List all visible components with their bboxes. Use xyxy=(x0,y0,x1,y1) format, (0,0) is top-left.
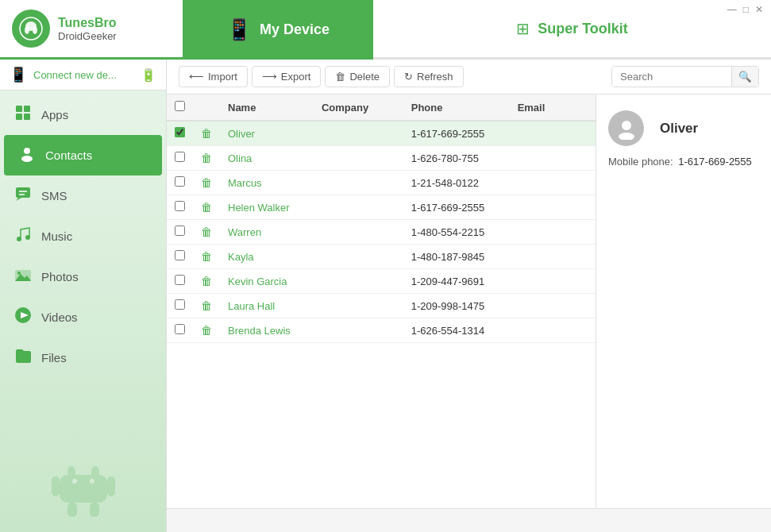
row-company xyxy=(314,146,403,171)
col-header-company: Company xyxy=(314,94,403,121)
svg-rect-5 xyxy=(24,106,30,112)
row-checkbox-cell xyxy=(167,269,193,294)
table-row[interactable]: 🗑 Kayla 1-480-187-9845 xyxy=(167,245,596,269)
sidebar-item-music[interactable]: Music xyxy=(0,216,166,256)
row-delete-cell: 🗑 xyxy=(193,146,220,171)
export-label: Export xyxy=(281,71,311,83)
sidebar-item-sms[interactable]: SMS xyxy=(0,175,166,216)
row-company xyxy=(314,220,403,245)
refresh-icon: ↻ xyxy=(404,71,413,83)
search-button[interactable]: 🔍 xyxy=(731,67,758,87)
svg-point-15 xyxy=(25,235,30,240)
row-delete-icon[interactable]: 🗑 xyxy=(201,127,212,140)
row-checkbox[interactable] xyxy=(175,324,185,334)
row-checkbox[interactable] xyxy=(175,299,185,310)
row-delete-icon[interactable]: 🗑 xyxy=(201,226,212,238)
photos-label: Photos xyxy=(41,270,79,283)
minimize-btn[interactable]: — xyxy=(727,4,737,15)
row-name: Kevin Garcia xyxy=(220,269,314,294)
supertoolkit-label: Super Toolkit xyxy=(538,21,628,37)
sidebar: 📱 Connect new de... 🔋 Apps xyxy=(0,60,167,532)
svg-point-29 xyxy=(90,479,94,484)
sidebar-item-photos[interactable]: Photos xyxy=(0,256,166,297)
maximize-btn[interactable]: □ xyxy=(743,4,749,15)
row-phone: 1-480-554-2215 xyxy=(403,220,510,245)
main-layout: 📱 Connect new de... 🔋 Apps xyxy=(0,60,771,532)
row-delete-cell: 🗑 xyxy=(193,294,220,318)
row-email xyxy=(510,146,596,171)
mydevice-tab[interactable]: 📱 My Device xyxy=(183,0,373,60)
delete-label: Delete xyxy=(349,71,380,83)
row-name: Marcus xyxy=(220,171,314,195)
sidebar-item-apps[interactable]: Apps xyxy=(0,94,166,135)
row-delete-icon[interactable]: 🗑 xyxy=(201,152,212,164)
sidebar-item-files[interactable]: Files xyxy=(0,337,166,378)
delete-button[interactable]: 🗑 Delete xyxy=(325,66,390,87)
mydevice-label: My Device xyxy=(260,21,330,38)
row-checkbox[interactable] xyxy=(175,127,185,137)
sidebar-item-videos[interactable]: Videos xyxy=(0,297,166,337)
row-delete-cell: 🗑 xyxy=(193,245,220,269)
row-delete-icon[interactable]: 🗑 xyxy=(201,275,212,287)
import-icon: ⟵ xyxy=(189,71,204,83)
detail-mobile-value: 1-617-669-2555 xyxy=(678,156,752,168)
table-row[interactable]: 🗑 Brenda Lewis 1-626-554-1314 xyxy=(167,318,596,343)
row-checkbox[interactable] xyxy=(175,250,185,260)
contacts-icon xyxy=(18,145,36,166)
mydevice-icon: 📱 xyxy=(226,17,252,42)
table-row[interactable]: 🗑 Warren 1-480-554-2215 xyxy=(167,220,596,245)
table-row[interactable]: 🗑 Marcus 1-21-548-0122 xyxy=(167,171,596,195)
supertoolkit-tab[interactable]: ⊞ Super Toolkit xyxy=(373,0,771,60)
row-delete-icon[interactable]: 🗑 xyxy=(201,250,212,263)
videos-icon xyxy=(14,306,32,328)
connect-new-device[interactable]: 📱 Connect new de... 🔋 xyxy=(0,60,166,91)
apps-label: Apps xyxy=(41,108,68,121)
close-btn[interactable]: ✕ xyxy=(755,4,763,15)
row-phone: 1-21-548-0122 xyxy=(403,171,510,195)
row-checkbox[interactable] xyxy=(175,176,185,187)
row-email xyxy=(510,294,596,318)
select-all-checkbox[interactable] xyxy=(175,101,185,111)
window-controls: — □ ✕ xyxy=(727,4,763,15)
import-button[interactable]: ⟵ Import xyxy=(179,66,248,87)
row-delete-cell: 🗑 xyxy=(193,121,220,146)
table-row[interactable]: 🗑 Helen Walker 1-617-669-2555 xyxy=(167,195,596,220)
table-row[interactable]: 🗑 Oliver 1-617-669-2555 xyxy=(167,121,596,146)
row-name: Oliver xyxy=(220,121,314,146)
refresh-button[interactable]: ↻ Refresh xyxy=(394,66,464,87)
svg-marker-11 xyxy=(16,198,21,201)
row-checkbox[interactable] xyxy=(175,226,185,236)
row-phone: 1-617-669-2555 xyxy=(403,195,510,220)
svg-rect-7 xyxy=(24,114,30,120)
table-row[interactable]: 🗑 Laura Hall 1-209-998-1475 xyxy=(167,294,596,318)
supertoolkit-icon: ⊞ xyxy=(516,19,530,38)
brand-sub: DroidGeeker xyxy=(58,30,117,42)
col-header-name: Name xyxy=(220,94,314,121)
table-row[interactable]: 🗑 Kevin Garcia 1-209-447-9691 xyxy=(167,269,596,294)
table-row[interactable]: 🗑 Olina 1-626-780-755 xyxy=(167,146,596,171)
row-delete-icon[interactable]: 🗑 xyxy=(201,201,212,214)
row-email xyxy=(510,195,596,220)
row-delete-icon[interactable]: 🗑 xyxy=(201,324,212,337)
row-checkbox[interactable] xyxy=(175,152,185,162)
search-input[interactable] xyxy=(612,67,731,87)
svg-point-18 xyxy=(17,272,21,275)
brand-name: TunesBro xyxy=(58,16,117,30)
sidebar-item-contacts[interactable]: Contacts xyxy=(4,135,162,175)
row-checkbox-cell xyxy=(167,294,193,318)
svg-rect-4 xyxy=(16,106,22,112)
android-robot-decoration xyxy=(0,445,166,532)
export-button[interactable]: ⟶ Export xyxy=(252,66,322,87)
row-delete-icon[interactable]: 🗑 xyxy=(201,176,212,189)
row-phone: 1-209-447-9691 xyxy=(403,269,510,294)
row-checkbox-cell xyxy=(167,171,193,195)
svg-point-14 xyxy=(17,237,21,241)
row-delete-icon[interactable]: 🗑 xyxy=(201,299,212,312)
row-email xyxy=(510,121,596,146)
content-body: Name Company Phone Email 🗑 Oliver 1-617-… xyxy=(167,94,771,508)
detail-mobile-label: Mobile phone: 1-617-669-2555 xyxy=(608,156,759,168)
row-checkbox[interactable] xyxy=(175,201,185,211)
contacts-label: Contacts xyxy=(45,148,92,162)
row-checkbox[interactable] xyxy=(175,275,185,285)
row-checkbox-cell xyxy=(167,220,193,245)
